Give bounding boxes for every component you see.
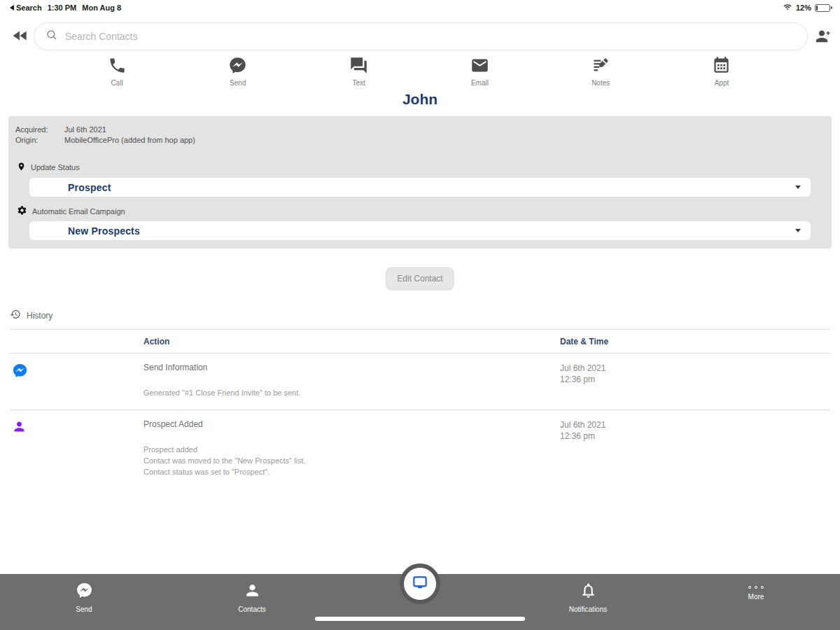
origin-row: Origin: MobileOfficePro (added from hop … bbox=[15, 135, 825, 146]
person-icon bbox=[244, 582, 261, 602]
nav-send-button[interactable]: Send bbox=[0, 574, 168, 630]
history-action-cell: Prospect Added Prospect added Contact wa… bbox=[144, 419, 560, 477]
notes-button[interactable]: Notes bbox=[579, 56, 622, 91]
add-contact-button[interactable] bbox=[812, 26, 833, 47]
nav-contacts-button[interactable]: Contacts bbox=[168, 574, 336, 630]
action-label: Text bbox=[352, 79, 365, 87]
messenger-icon bbox=[76, 582, 93, 602]
history-details: Prospect added Contact was moved to the … bbox=[144, 444, 560, 477]
call-button[interactable]: Call bbox=[95, 56, 139, 91]
history-details: Generated "#1 Close Friend Invite" to be… bbox=[144, 387, 560, 398]
battery-icon bbox=[815, 4, 830, 12]
history-clock-icon bbox=[10, 309, 21, 322]
campaign-label-row: Automatic Email Campaign bbox=[17, 205, 825, 217]
quick-actions-row: Call Send Text Email Notes bbox=[95, 56, 743, 91]
chat-bubbles-icon bbox=[349, 56, 368, 78]
return-to-search-button[interactable]: Search bbox=[10, 4, 42, 12]
origin-value: MobileOfficePro (added from hop app) bbox=[64, 135, 825, 146]
history-table-header: Action Date & Time bbox=[10, 329, 830, 354]
nav-label: More bbox=[748, 593, 764, 601]
history-time: 12:36 pm bbox=[560, 430, 830, 442]
history-date: Jul 6th 2021 bbox=[560, 363, 830, 374]
update-status-label: Update Status bbox=[31, 163, 80, 172]
contact-info-panel: Acquired: Jul 6th 2021 Origin: MobileOff… bbox=[8, 116, 832, 248]
history-row: Prospect Added Prospect added Contact wa… bbox=[10, 410, 830, 489]
history-detail-line: Contact was moved to the "New Prospects"… bbox=[144, 455, 560, 466]
search-input[interactable] bbox=[65, 31, 796, 42]
campaign-dropdown[interactable]: New Prospects bbox=[29, 221, 811, 240]
action-label: Notes bbox=[592, 79, 610, 87]
battery-percent: 12% bbox=[796, 4, 811, 12]
acquired-value: Jul 6th 2021 bbox=[64, 125, 825, 135]
text-button[interactable]: Text bbox=[337, 56, 381, 91]
history-date: Jul 6th 2021 bbox=[560, 419, 830, 430]
origin-label: Origin: bbox=[15, 135, 64, 146]
nav-more-button[interactable]: More bbox=[672, 574, 840, 630]
appt-button[interactable]: Appt bbox=[700, 56, 743, 91]
nav-notifications-button[interactable]: Notifications bbox=[504, 574, 672, 630]
history-action: Send Information bbox=[144, 363, 560, 372]
campaign-value: New Prospects bbox=[68, 225, 140, 237]
history-datetime-cell: Jul 6th 2021 12:36 pm bbox=[560, 419, 830, 477]
history-detail-line: Generated "#1 Close Friend Invite" to be… bbox=[144, 387, 560, 398]
email-button[interactable]: Email bbox=[458, 56, 501, 91]
history-action-cell: Send Information Generated "#1 Close Fri… bbox=[144, 363, 560, 398]
action-label: Email bbox=[471, 79, 489, 87]
history-detail-line: Prospect added bbox=[144, 444, 560, 455]
nav-label: Contacts bbox=[238, 606, 265, 613]
datetime-column-header: Date & Time bbox=[560, 337, 830, 346]
rewind-back-button[interactable] bbox=[11, 27, 29, 45]
history-detail-line: Contact status was set to "Prospect". bbox=[144, 466, 560, 477]
nav-home-screen-button[interactable] bbox=[400, 564, 440, 604]
messenger-icon bbox=[228, 56, 247, 78]
messenger-icon bbox=[10, 363, 144, 398]
location-pin-icon bbox=[17, 161, 26, 174]
calendar-icon bbox=[712, 56, 731, 78]
edit-contact-button[interactable]: Edit Contact bbox=[386, 267, 454, 290]
chevron-down-icon bbox=[795, 186, 801, 189]
chevron-down-icon bbox=[795, 229, 801, 232]
history-title: History bbox=[27, 311, 52, 321]
dots-icon bbox=[748, 586, 764, 589]
history-row: Send Information Generated "#1 Close Fri… bbox=[10, 354, 830, 410]
acquired-label: Acquired: bbox=[15, 125, 64, 135]
history-header: History bbox=[10, 309, 52, 322]
action-label: Appt bbox=[715, 79, 729, 87]
status-date: Mon Aug 8 bbox=[82, 4, 121, 12]
history-time: 12:36 pm bbox=[560, 374, 830, 385]
status-time: 1:30 PM bbox=[48, 4, 77, 12]
search-icon bbox=[46, 29, 58, 44]
person-icon bbox=[10, 419, 144, 477]
contact-name: John bbox=[0, 91, 840, 108]
history-action: Prospect Added bbox=[144, 419, 560, 429]
nav-label: Notifications bbox=[569, 606, 607, 613]
status-dropdown[interactable]: Prospect bbox=[29, 178, 811, 197]
acquired-row: Acquired: Jul 6th 2021 bbox=[15, 125, 825, 135]
wifi-icon bbox=[783, 3, 792, 13]
search-bar bbox=[34, 22, 808, 50]
notes-pen-icon bbox=[592, 56, 610, 78]
update-status-label-row: Update Status bbox=[17, 161, 825, 174]
status-bar: Search 1:30 PM Mon Aug 8 12% bbox=[0, 0, 840, 15]
nav-label: Send bbox=[76, 606, 92, 613]
contact-detail-screen: Search 1:30 PM Mon Aug 8 12% bbox=[0, 0, 840, 630]
envelope-icon bbox=[470, 56, 489, 78]
campaign-label: Automatic Email Campaign bbox=[32, 207, 125, 216]
gear-icon bbox=[17, 205, 27, 217]
history-table: Action Date & Time Send Information Gene… bbox=[10, 329, 830, 489]
home-indicator[interactable] bbox=[315, 617, 525, 621]
action-label: Send bbox=[230, 79, 246, 87]
back-app-label: Search bbox=[16, 4, 42, 12]
phone-icon bbox=[108, 56, 127, 78]
monitor-icon bbox=[411, 573, 429, 594]
history-datetime-cell: Jul 6th 2021 12:36 pm bbox=[560, 363, 830, 398]
action-column-header: Action bbox=[144, 337, 560, 346]
top-header bbox=[0, 20, 840, 53]
back-triangle-icon bbox=[10, 5, 14, 10]
status-value: Prospect bbox=[68, 182, 111, 193]
bell-icon bbox=[580, 582, 597, 602]
send-button[interactable]: Send bbox=[216, 56, 260, 91]
action-label: Call bbox=[111, 79, 122, 87]
